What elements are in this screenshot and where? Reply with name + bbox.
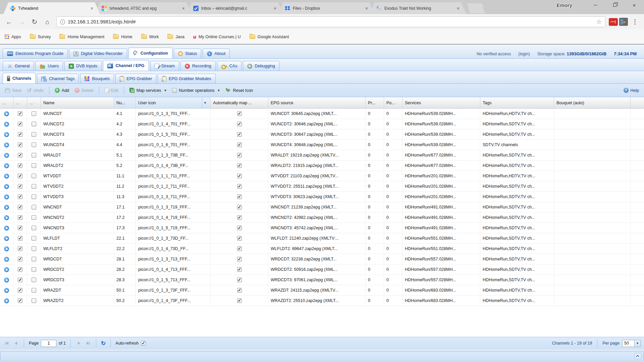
bookmark-folder-survey[interactable]: Survey <box>30 35 51 39</box>
automap-checkbox[interactable] <box>237 246 242 251</box>
automap-checkbox[interactable] <box>237 111 242 116</box>
tags-cell[interactable]: HDHomeRun,HDTV,TV ch... <box>480 285 554 295</box>
services-cell[interactable]: HDHomeRun/677.028MH... <box>402 150 480 160</box>
number-cell[interactable]: 4.4 <box>114 140 136 150</box>
tags-cell[interactable]: HDHomeRun,SDTV,TV ch... <box>480 264 554 275</box>
bouquet-cell[interactable] <box>554 181 631 191</box>
epg-source-cell[interactable]: WTVDDT3: 30623.zap2epg (XMLT... <box>268 192 366 202</box>
enabled-checkbox[interactable] <box>18 215 22 220</box>
position-cell[interactable]: 0 <box>384 150 402 160</box>
name-cell[interactable]: WTVDDT2 <box>41 181 114 191</box>
tags-cell[interactable]: HDHomeRun,SDTV,TV ch... <box>480 129 554 139</box>
table-row[interactable]: WUNCDT4.1picon://1_0_1_3_701_FFF...WUNCD… <box>0 109 644 119</box>
browser-tab-tvheadend[interactable]: Tvheadend × <box>3 2 100 14</box>
tags-cell[interactable]: HDHomeRun,SDTV,TV ch... <box>480 202 554 212</box>
epg-source-cell[interactable]: WRALDT: 19219.zap2epg (XMLTV... <box>268 150 366 160</box>
bookmark-udemy[interactable]: uMy Online Courses | U <box>193 34 241 40</box>
priority-cell[interactable]: 0 <box>366 192 384 202</box>
automap-checkbox[interactable] <box>237 278 242 282</box>
epg-source-cell[interactable]: WRAZDT2: 25510.zap2epg (XMLT... <box>268 296 366 306</box>
automap-checkbox[interactable] <box>237 236 242 241</box>
name-cell[interactable]: WRDCDT2 <box>41 264 114 275</box>
window-minimize-button[interactable] <box>586 0 605 10</box>
table-row[interactable]: WRDCDT228.2picon://1_0_1_4_713_FFF...WRD… <box>0 264 644 275</box>
row-select-checkbox[interactable] <box>32 257 36 261</box>
position-cell[interactable]: 0 <box>384 285 402 295</box>
table-row[interactable]: WTVDDT311.3picon://1_0_1_3_711_FFF...WTV… <box>0 192 644 202</box>
tab-dvb-inputs[interactable]: DVB Inputs <box>64 61 102 71</box>
user-icon-cell[interactable]: picon://1_0_1_4_73F_FFF... <box>136 296 211 306</box>
user-icon-cell[interactable]: picon://1_0_1_5_713_FFF... <box>136 275 211 285</box>
row-select-checkbox[interactable] <box>32 205 36 209</box>
services-cell[interactable]: HDHomeRun/557.028MH... <box>402 275 480 285</box>
name-cell[interactable]: WTVDDT <box>41 171 114 181</box>
priority-cell[interactable]: 0 <box>366 296 384 306</box>
services-cell[interactable]: HDHomeRun/201.028MH... <box>402 181 480 191</box>
position-cell[interactable]: 0 <box>384 119 402 129</box>
tab-about[interactable]: iAbout <box>203 49 230 58</box>
priority-cell[interactable]: 0 <box>366 244 384 254</box>
tab-epg-grabber-modules[interactable]: EPG Grabber Modules <box>158 74 215 83</box>
bouquet-cell[interactable] <box>554 119 631 129</box>
browser-tab-forum[interactable]: tvheadend, ATSC and epg × <box>95 2 192 14</box>
bookmark-apps[interactable]: Apps <box>5 35 21 39</box>
position-cell[interactable]: 0 <box>384 244 402 254</box>
position-cell[interactable]: 0 <box>384 202 402 212</box>
services-cell[interactable]: HDHomeRun/491.028MH... <box>402 213 480 223</box>
bouquet-cell[interactable] <box>554 285 631 295</box>
number-cell[interactable]: 17.2 <box>114 213 136 223</box>
position-cell[interactable]: 0 <box>384 181 402 191</box>
position-cell[interactable]: 0 <box>384 296 402 306</box>
enabled-checkbox[interactable] <box>18 205 22 209</box>
table-row[interactable]: WLFLDT22.1picon://1_0_1_3_73D_FF...WLFLD… <box>0 233 644 244</box>
column-header-name[interactable]: Name <box>41 97 114 108</box>
column-header-position[interactable]: Po... <box>384 97 402 108</box>
tab-close-icon[interactable]: × <box>90 5 94 11</box>
user-icon-cell[interactable]: picon://1_0_1_4_701_FFF... <box>136 119 211 129</box>
enabled-checkbox[interactable] <box>18 288 22 293</box>
extension-icon[interactable] <box>619 18 628 26</box>
name-cell[interactable]: WNCNDT3 <box>41 223 114 233</box>
row-expander-icon[interactable] <box>4 205 9 210</box>
position-cell[interactable]: 0 <box>384 264 402 275</box>
table-row[interactable]: WNCNDT217.2picon://1_0_1_4_719_FFF...WNC… <box>0 213 644 223</box>
number-cell[interactable]: 28.2 <box>114 264 136 275</box>
tab-close-icon[interactable]: × <box>456 5 460 11</box>
position-cell[interactable]: 0 <box>384 254 402 264</box>
tab-close-icon[interactable]: × <box>365 5 369 11</box>
per-page-select[interactable]: 50 ▼ <box>622 340 641 347</box>
row-expander-icon[interactable] <box>4 111 9 116</box>
tags-cell[interactable]: HDHomeRun,SDTV,TV ch... <box>480 233 554 243</box>
row-expander-icon[interactable] <box>4 194 9 199</box>
epg-source-cell[interactable]: WNCNDT3: 45742.zap2epg (XML... <box>268 223 366 233</box>
table-row[interactable]: WTVDDT211.2picon://1_0_1_2_711_FFF...WTV… <box>0 181 644 192</box>
automap-checkbox[interactable] <box>237 142 242 147</box>
bouquet-cell[interactable] <box>554 202 631 212</box>
automap-checkbox[interactable] <box>237 174 242 178</box>
row-expander-icon[interactable] <box>4 278 9 283</box>
automap-checkbox[interactable] <box>237 267 242 272</box>
user-icon-cell[interactable]: picon://1_0_1_3_711_FFF... <box>136 192 211 202</box>
tags-cell[interactable]: HDHomeRun,SDTV,TV ch... <box>480 244 554 254</box>
services-cell[interactable]: HDHomeRun/539.028MH... <box>402 119 480 129</box>
epg-source-cell[interactable]: WRDCDT: 32238.zap2epg (XMLT... <box>268 254 366 264</box>
tags-cell[interactable]: HDHomeRun,SDTV,TV ch... <box>480 119 554 129</box>
services-cell[interactable]: HDHomeRun/539.028MH... <box>402 129 480 139</box>
tab-electronic-program-guide[interactable]: EPGElectronic Program Guide <box>3 49 68 58</box>
row-select-checkbox[interactable] <box>32 278 36 282</box>
enabled-checkbox[interactable] <box>18 163 22 168</box>
column-header-bouquet[interactable]: Bouquet (auto) <box>554 97 631 108</box>
row-select-checkbox[interactable] <box>32 298 36 303</box>
bookmark-folder-work[interactable]: Work <box>141 35 159 39</box>
row-select-checkbox[interactable] <box>32 163 36 168</box>
automap-checkbox[interactable] <box>237 226 242 230</box>
undo-button[interactable]: ↺Undo <box>25 86 46 95</box>
tab-digital-video-recorder[interactable]: Digital Video Recorder <box>69 49 127 58</box>
last-page-button[interactable] <box>85 340 91 347</box>
name-cell[interactable]: WLFLDT2 <box>41 244 114 254</box>
enabled-checkbox[interactable] <box>18 278 22 282</box>
number-operations-button[interactable]: Number operations▼ <box>170 87 222 94</box>
priority-cell[interactable]: 0 <box>366 150 384 160</box>
number-cell[interactable]: 11.1 <box>114 171 136 181</box>
table-row[interactable]: WTVDDT11.1picon://1_0_1_1_711_FFF...WTVD… <box>0 171 644 181</box>
